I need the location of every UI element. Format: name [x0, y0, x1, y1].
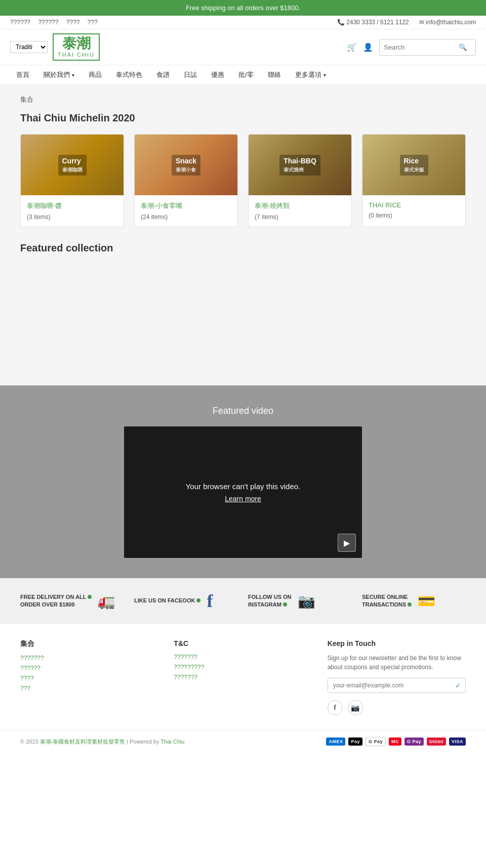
product-count-curry: (3 items) [27, 213, 117, 221]
product-name-bbq: 泰潮-燒烤類 [255, 201, 345, 210]
search-input[interactable] [384, 44, 455, 51]
nav-products[interactable]: 商品 [83, 65, 108, 84]
feature-dot-delivery [88, 595, 92, 599]
payment-amex: AMEX [326, 737, 345, 746]
payment-mastercard: MC [389, 737, 401, 746]
bottom-bar: © 2023 泰潮-泰國食材及料理素材批發零售 | Powered by Tha… [0, 730, 486, 752]
account-icon: 👤 [363, 43, 373, 52]
chevron-down-icon-more: ▾ [323, 72, 326, 78]
product-card-bbq[interactable]: Thai-BBQ泰式燒烤 泰潮-燒烤類 (7 items) [248, 134, 352, 227]
feature-secure-title: SECURE ONLINE TRANSACTIONS [362, 593, 412, 609]
footer-col2-link-2[interactable]: ????????? [174, 664, 312, 671]
header: Traditi English 泰潮 THAI CHIU 🛒 👤 🔍 [0, 29, 486, 65]
cart-button[interactable]: 🛒 [347, 42, 357, 52]
payment-gpay: G Pay [366, 737, 386, 746]
category-label-curry: Curry泰潮咖喱 [58, 155, 87, 176]
facebook-social-button[interactable]: f [328, 700, 343, 715]
feature-dot-secure [408, 602, 412, 606]
footer-col3-title: Keep in Touch [328, 639, 466, 647]
footer-column-2: T&C ??????? ????????? ??????? [174, 639, 312, 715]
feature-instagram-text: FOLLOW US ON INSTAGRAM [248, 593, 292, 609]
feature-instagram-title: FOLLOW US ON INSTAGRAM [248, 593, 292, 609]
footer-col1-link-4[interactable]: ??? [20, 685, 158, 692]
category-image-curry: Curry泰潮咖喱 [21, 135, 124, 195]
search-button[interactable]: 🔍 [455, 41, 471, 53]
category-image-bbq: Thai-BBQ泰式燒烤 [249, 135, 351, 195]
product-count-snack: (24 items) [141, 213, 231, 221]
breadcrumb: 集合 [20, 95, 466, 104]
search-box: 🔍 [379, 39, 476, 56]
nav-more[interactable]: 更多選項 ▾ [289, 65, 332, 84]
product-card-snack[interactable]: Snack泰潮小食 泰潮-小食零嘴 (24 items) [134, 134, 238, 227]
newsletter-email-input[interactable] [328, 679, 451, 692]
feature-secure-text: SECURE ONLINE TRANSACTIONS [362, 593, 412, 609]
video-player: Your browser can't play this video. Lear… [124, 426, 362, 558]
footer-col1-link-3[interactable]: ???? [20, 675, 158, 682]
feature-dot-instagram [283, 602, 287, 606]
video-play-button[interactable]: ▶ [338, 534, 356, 552]
logo-english: THAI CHIU [58, 52, 95, 58]
product-grid: Curry泰潮咖喱 泰潮咖喱-醬 (3 items) Snack泰潮小食 泰潮-… [20, 134, 466, 227]
language-selector[interactable]: Traditi English [10, 41, 48, 53]
category-label-rice: Rice泰式米飯 [400, 155, 428, 176]
footer-newsletter-desc: Sign up for our newsletter and be the fi… [328, 654, 466, 672]
payment-opay: O Pay [404, 737, 424, 746]
utility-links: ?????? ?????? ???? ??? [10, 19, 104, 26]
product-card-body-curry: 泰潮咖喱-醬 (3 items) [21, 195, 124, 227]
video-learn-more-button[interactable]: Learn more [225, 495, 261, 503]
utility-link-3[interactable]: ???? [66, 19, 80, 26]
feature-facebook: LIKE US ON FACEOOK f [134, 590, 238, 612]
nav-wholesale[interactable]: 批/零 [232, 65, 260, 84]
featured-collection-title: Featured collection [20, 242, 466, 254]
footer-column-1: 集合 ??????? ?????? ???? ??? [20, 639, 158, 715]
utility-link-2[interactable]: ?????? [38, 19, 58, 26]
feature-delivery-title: FREE DELIVERY ON ALL ORDER OVER $1800 [20, 593, 92, 609]
nav-recipes[interactable]: 食譜 [150, 65, 176, 84]
chevron-down-icon: ▾ [72, 72, 74, 78]
instagram-icon: 📷 [298, 593, 315, 610]
nav-home[interactable]: 首頁 [10, 65, 35, 84]
footer-col2-link-3[interactable]: ??????? [174, 674, 312, 681]
product-name-curry: 泰潮咖喱-醬 [27, 201, 117, 210]
utility-link-4[interactable]: ??? [88, 19, 98, 26]
featured-video-section: Featured video Your browser can't play t… [0, 385, 486, 578]
michelin-title: Thai Chiu Michelin 2020 [20, 112, 466, 124]
category-label-snack: Snack泰潮小食 [172, 155, 200, 176]
features-bar: FREE DELIVERY ON ALL ORDER OVER $1800 🚛 … [0, 578, 486, 624]
category-image-rice: Rice泰式米飯 [362, 135, 465, 195]
nav-contact[interactable]: 聯絡 [262, 65, 287, 84]
payment-applepay: Pay [348, 737, 362, 746]
nav-deals[interactable]: 優惠 [205, 65, 230, 84]
checkmark-icon: ✓ [455, 681, 461, 689]
powered-by-link[interactable]: Thai Chiu [160, 739, 184, 745]
feature-instagram: FOLLOW US ON INSTAGRAM 📷 [248, 590, 352, 612]
category-image-snack: Snack泰潮小食 [135, 135, 237, 195]
featured-collection-area [20, 264, 466, 375]
feature-facebook-text: LIKE US ON FACEOOK [134, 597, 200, 604]
payment-icons: AMEX Pay G Pay MC O Pay Union VISA [326, 737, 466, 746]
nav-about[interactable]: 關於我們 ▾ [37, 65, 80, 84]
product-card-curry[interactable]: Curry泰潮咖喱 泰潮咖喱-醬 (3 items) [20, 134, 124, 227]
instagram-social-button[interactable]: 📷 [348, 700, 363, 715]
product-card-body-rice: THAI RICE (0 items) [362, 195, 465, 225]
nav-thai-style[interactable]: 泰式特色 [110, 65, 148, 84]
secure-icon: 💳 [418, 593, 435, 610]
product-card-rice[interactable]: Rice泰式米飯 THAI RICE (0 items) [362, 134, 466, 227]
utility-link-1[interactable]: ?????? [10, 19, 30, 26]
video-browser-message: Your browser can't play this video. [186, 482, 301, 491]
copyright-link[interactable]: 泰潮-泰國食材及料理素材批發零售 [40, 739, 126, 745]
account-button[interactable]: 👤 [363, 42, 373, 52]
newsletter-submit-button[interactable]: ✓ [451, 678, 465, 692]
footer: 集合 ??????? ?????? ???? ??? T&C ??????? ?… [0, 624, 486, 730]
nav-blog[interactable]: 日誌 [178, 65, 203, 84]
feature-delivery-text: FREE DELIVERY ON ALL ORDER OVER $1800 [20, 593, 92, 609]
header-right: 🛒 👤 🔍 [347, 39, 476, 56]
featured-video-title: Featured video [10, 406, 476, 416]
logo-chinese: 泰潮 [62, 36, 91, 51]
announcement-text: Free shipping on all orders over $1800. [186, 4, 300, 12]
footer-col1-link-2[interactable]: ?????? [20, 665, 158, 672]
footer-col2-link-1[interactable]: ??????? [174, 654, 312, 661]
footer-col1-link-1[interactable]: ??????? [20, 655, 158, 662]
feature-dot-facebook [196, 598, 200, 602]
logo[interactable]: 泰潮 THAI CHIU [53, 33, 100, 61]
